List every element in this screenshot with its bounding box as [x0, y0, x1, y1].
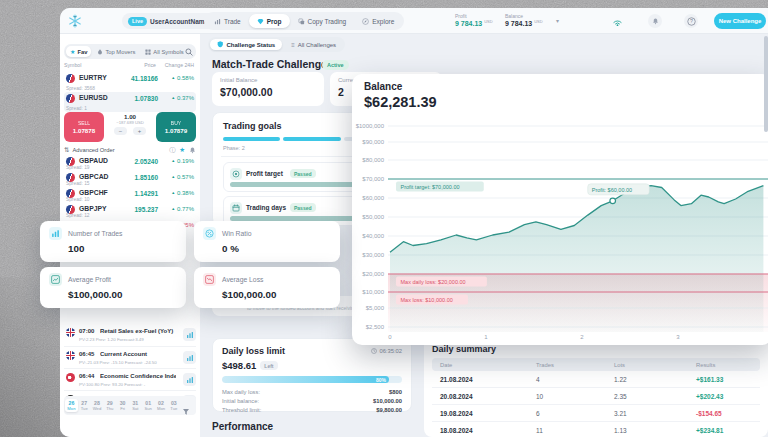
balance-chart-value: $62,281.39: [364, 94, 437, 110]
nav-item-icon: [362, 18, 369, 25]
summary-row[interactable]: 20.08.2024 10 2.35 +$202.43: [432, 388, 760, 405]
calendar-day[interactable]: 27 Tue: [78, 399, 91, 412]
account-stats-chevron-icon[interactable]: ▾: [556, 17, 559, 24]
col-change: Change 24H: [165, 62, 194, 68]
lot-box: 1.00 ~187.689 USD − +: [106, 112, 154, 144]
summary-row[interactable]: 19.08.2024 6 3.21 -$154.65: [432, 405, 760, 422]
summary-row[interactable]: 18.08.2024 11 1.13 +$234.81: [432, 422, 760, 437]
watchlist-tabs: ★ Fav Top Movers All Symbols: [64, 44, 196, 59]
stat-value: 100: [68, 243, 177, 254]
live-badge: Live: [128, 17, 147, 26]
symbol-price: 195.237: [116, 206, 158, 213]
symbol-spread: Spread: 12: [66, 213, 89, 218]
symbol-name: GBPJPY: [79, 205, 107, 212]
watchlist-row[interactable]: EURUSD 1.07830 ▲ 0.37% Spread: 1: [64, 92, 196, 112]
watchlist-row[interactable]: GBPCAD 1.85160 ▲ 0.57% Spread: 15: [64, 171, 196, 187]
event-detail: PV:-21.03 Prev: -15.10 Forecast: -24.50: [79, 360, 157, 365]
tab-all-challenges[interactable]: ≡ All Challenges: [284, 39, 343, 50]
y-tick-label: $5,000: [366, 305, 385, 311]
col-date: Date: [440, 362, 536, 368]
stat-card-number-of-trades[interactable]: Number of Trades 100: [40, 221, 186, 262]
lot-increase-button[interactable]: +: [133, 127, 146, 135]
buy-price: 1.07879: [165, 127, 187, 134]
daily-loss-row-label: Max daily loss:: [222, 388, 260, 397]
svg-text:Max loss: $10,000.00: Max loss: $10,000.00: [401, 297, 453, 303]
summary-date: 19.08.2024: [440, 410, 536, 417]
stat-card-win-ratio[interactable]: Win Ratio 0 %: [194, 221, 340, 262]
event-title: Economic Confidence Index: [100, 373, 176, 379]
nav-item-trade[interactable]: Trade: [206, 14, 249, 28]
event-title: Current Account: [100, 351, 176, 357]
symbol-price: 1.07830: [116, 95, 158, 102]
watchlist-row[interactable]: GBPAUD 2.05240 ▲ 0.19% Spread: 19: [64, 155, 196, 171]
stat-card-average-profit[interactable]: Average Profit $100,000.00: [40, 267, 186, 308]
tab-fav[interactable]: ★ Fav: [66, 46, 91, 57]
calendar-day[interactable]: 01 Sun: [142, 399, 155, 412]
filter-funnel-icon[interactable]: [182, 402, 190, 410]
signal-icon[interactable]: [612, 16, 623, 27]
buy-button[interactable]: BUY 1.07879: [156, 112, 196, 142]
summary-row[interactable]: 21.08.2024 4 1.22 +$161.33: [432, 371, 760, 388]
nav-item-prop[interactable]: Prop: [249, 14, 290, 28]
stat-card-average-loss[interactable]: Average Loss $100,000.00: [194, 267, 340, 308]
tab-top-movers-label: Top Movers: [105, 49, 135, 55]
tab-challenge-status[interactable]: Challenge Status: [210, 39, 282, 50]
help-button[interactable]: ?: [684, 14, 698, 28]
calendar-day[interactable]: 28 Wed: [91, 399, 104, 412]
calendar-event-row[interactable]: 07:00 Retail Sales ex-Fuel (YoY) PV:2.23…: [64, 324, 196, 346]
watchlist-row[interactable]: GBPCHF 1.14291 ▲ 0.38% Spread: 10: [64, 187, 196, 203]
stat-icon: [49, 227, 62, 240]
summary-result: -$154.65: [696, 410, 752, 417]
daily-loss-row: Max daily loss: $800: [222, 388, 402, 397]
symbol-spread: Spread: 15: [66, 181, 89, 186]
calendar-day[interactable]: 02 Mon: [155, 399, 168, 412]
stat-label: Number of Trades: [68, 230, 122, 237]
sell-button[interactable]: SELL 1.07878: [64, 112, 104, 142]
info-icon[interactable]: ⓘ: [169, 146, 175, 155]
change-arrow-icon: ▲: [171, 206, 175, 211]
calendar-day[interactable]: 29 Thu: [103, 399, 116, 412]
lot-decrease-button[interactable]: −: [114, 127, 127, 135]
symbol-rows-top: EURTRY 41.18166 ▲ 0.58% Spread: 3568 EUR…: [64, 72, 196, 112]
daily-loss-row-label: Threshold limit:: [222, 406, 261, 415]
daily-loss-timer: 06:35:02: [371, 348, 402, 354]
calendar-day[interactable]: 30 Fri: [116, 399, 129, 412]
calendar-day[interactable]: 31 Sat: [129, 399, 142, 412]
goal-icon: [230, 202, 242, 214]
favorite-star-icon[interactable]: ★: [179, 146, 185, 154]
day-weekday: Thu: [103, 406, 116, 411]
lot-size[interactable]: 1.00: [124, 113, 136, 120]
daily-loss-percent: 80%: [376, 377, 386, 383]
nav-item-explore[interactable]: Explore: [354, 14, 402, 28]
symbol-change: ▲ 0.57%: [160, 174, 194, 180]
snowflake-logo-icon[interactable]: [68, 14, 82, 28]
scrollbar-thumb[interactable]: [764, 36, 768, 132]
watchlist-row[interactable]: GBPJPY 195.237 ▲ 0.77% Spread: 12: [64, 203, 196, 219]
tab-top-movers[interactable]: Top Movers: [93, 46, 139, 57]
symbol-price: 1.85160: [116, 174, 158, 181]
phase-progress-segment: [283, 137, 340, 141]
alert-bell-icon[interactable]: [189, 147, 196, 154]
notifications-button[interactable]: [648, 14, 662, 28]
watchlist-row[interactable]: EURTRY 41.18166 ▲ 0.58% Spread: 3568: [64, 72, 196, 92]
day-weekday: Mon: [65, 406, 78, 411]
new-challenge-button[interactable]: New Challenge: [714, 13, 766, 29]
calendar-event-row[interactable]: 06:44 Economic Confidence Index PV:100.8…: [64, 368, 196, 390]
balance-chart[interactable]: $1000,000$90,000$80,000$70,000$60,000$50…: [352, 118, 768, 344]
daily-loss-row: Initial balance: $10,000.00: [222, 397, 402, 406]
search-icon[interactable]: [185, 48, 193, 56]
calendar-day[interactable]: 03 Tue: [167, 399, 180, 412]
nav-item-icon: [214, 18, 221, 25]
goal-icon: [230, 168, 242, 180]
calendar-day[interactable]: 26 Mon: [65, 399, 78, 412]
calendar-event-row[interactable]: 06:45 Current Account PV:-21.03 Prev: -1…: [64, 346, 196, 368]
goal-label: Trading days: [246, 204, 286, 211]
nav-item-copy-trading[interactable]: Copy Trading: [290, 14, 355, 28]
balance-chart-card: Balance $62,281.39 $1000,000$90,000$80,0…: [352, 74, 768, 345]
tab-all-symbols[interactable]: All Symbols: [141, 46, 187, 57]
day-weekday: Sat: [129, 406, 142, 411]
y-tick-label: $1000,000: [356, 123, 385, 129]
daily-loss-row-value: $10,000.00: [373, 397, 402, 406]
flame-icon: [97, 49, 103, 55]
daily-loss-row-label: Initial balance:: [222, 397, 259, 406]
